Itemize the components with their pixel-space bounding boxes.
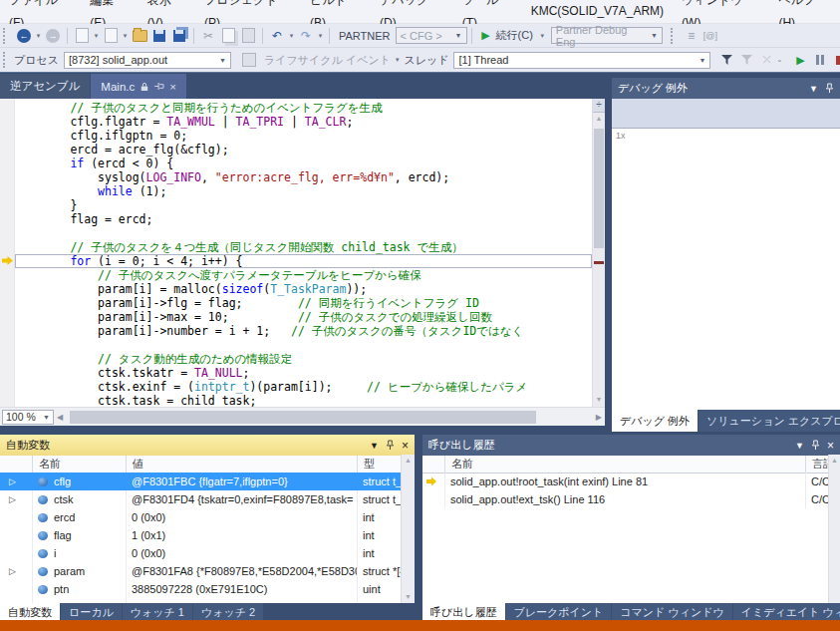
open-file-button[interactable]: [130, 26, 149, 46]
debug-engine-combo[interactable]: Partner Debug Eng▼: [551, 27, 663, 44]
process-combo[interactable]: [8732] solid_app.out▼: [64, 52, 231, 69]
code-line[interactable]: // 子供のタスクと同期を行うためのイベントフラグを生成: [15, 101, 592, 115]
copy-button[interactable]: [218, 26, 238, 46]
navigate-backward-dropdown-icon[interactable]: ▾: [34, 32, 43, 40]
scrollbar-thumb[interactable]: [594, 129, 604, 248]
code-line[interactable]: }: [15, 198, 592, 212]
undo-dropdown-icon[interactable]: ▾: [287, 32, 296, 40]
column-header-name[interactable]: 名前: [445, 456, 806, 473]
run-button[interactable]: ▶: [790, 50, 810, 70]
new-file-button[interactable]: [72, 26, 92, 46]
code-line[interactable]: while (1);: [15, 184, 592, 198]
scroll-down-icon[interactable]: ▼: [593, 394, 605, 406]
continue-button[interactable]: ▶: [476, 26, 496, 46]
window-menu-dropdown-icon[interactable]: ▼: [370, 441, 379, 451]
code-line[interactable]: ctsk.exinf = (intptr_t)(param[i]); // ヒー…: [15, 380, 592, 394]
scroll-up-icon[interactable]: ▲: [829, 455, 840, 467]
add-item-dropdown-icon[interactable]: ▾: [121, 32, 130, 40]
scroll-down-icon[interactable]: ▼: [402, 591, 415, 603]
stop-button[interactable]: [830, 50, 840, 70]
toolbar-grip[interactable]: [3, 52, 5, 68]
toolbar-grip[interactable]: [671, 28, 678, 44]
code-line[interactable]: for (i = 0; i < 4; i++) {: [15, 254, 592, 268]
lifecycle-events-label[interactable]: ライフサイクル イベント: [264, 53, 391, 68]
variable-row[interactable]: flag1 (0x1)int: [0, 526, 401, 544]
column-header-name[interactable]: 名前: [33, 456, 127, 473]
document-tab[interactable]: Main.c×: [91, 74, 186, 99]
code-text[interactable]: // 子供のタスクと同期を行うためのイベントフラグを生成 cflg.flgatr…: [15, 101, 592, 407]
code-line[interactable]: if (ercd < 0) {: [15, 157, 592, 170]
watch-window-tab[interactable]: 自動変数: [0, 603, 60, 621]
suppress-notifications-button[interactable]: ⤫: [756, 50, 776, 70]
panel-titlebar[interactable]: 呼び出し履歴 ▼ ×: [422, 435, 840, 456]
editor-indicator-margin[interactable]: [0, 99, 15, 407]
code-line[interactable]: param[i] = malloc(sizeof(T_TaskParam));: [15, 282, 592, 296]
variable-row[interactable]: ptn3885097228 (0xE791E10C)uint: [0, 580, 401, 598]
debug-window-tab[interactable]: ブレークポイント: [506, 603, 612, 621]
expander-icon[interactable]: ▷: [9, 476, 16, 486]
scroll-up-icon[interactable]: ▲: [593, 113, 605, 125]
code-line[interactable]: cflg.iflgptn = 0;: [15, 129, 592, 143]
expander-icon[interactable]: ▷: [9, 494, 16, 504]
debug-window-tab[interactable]: イミディエイト ウィンドウ: [733, 603, 840, 621]
code-line[interactable]: [15, 226, 592, 240]
code-line[interactable]: // 子供のタスクを４つ生成（同じタスク開始関数 child_task で生成）: [15, 240, 592, 254]
pin-icon[interactable]: [154, 81, 163, 92]
code-line[interactable]: cflg.flgatr = TA_WMUL | TA_TPRI | TA_CLR…: [15, 115, 592, 129]
lifecycle-events-button[interactable]: [239, 50, 259, 70]
thread-combo[interactable]: [1] Thread▼: [453, 52, 710, 69]
window-menu-dropdown-icon[interactable]: ▼: [809, 84, 818, 94]
save-all-button[interactable]: [169, 26, 189, 46]
at-signature-icon[interactable]: [@]: [703, 31, 717, 41]
editor-zoom-select[interactable]: 100 %▼: [2, 410, 54, 425]
continue-label[interactable]: 続行(C): [496, 28, 533, 43]
code-line[interactable]: param[i]->max = 10; // 子供のタスクでの処理繰返し回数: [15, 310, 592, 324]
add-item-button[interactable]: [101, 26, 121, 46]
continue-dropdown-icon[interactable]: ▾: [538, 32, 547, 40]
close-icon[interactable]: ×: [169, 81, 176, 93]
cut-button[interactable]: ✂: [198, 26, 218, 46]
close-icon[interactable]: ×: [402, 439, 409, 453]
panel-vertical-scrollbar[interactable]: ▲ ▼: [401, 455, 415, 603]
watch-window-tab[interactable]: ウォッチ 2: [193, 603, 263, 621]
pin-icon[interactable]: [825, 83, 834, 94]
code-line[interactable]: ctsk.tskatr = TA_NULL;: [15, 366, 592, 380]
column-header-value[interactable]: 値: [127, 456, 358, 473]
flag-threads-button[interactable]: [716, 50, 736, 70]
pin-icon[interactable]: [386, 440, 395, 451]
editor-vertical-scrollbar[interactable]: ÷ ▲ ▼: [592, 99, 605, 407]
code-line[interactable]: // タスク動的生成のための情報設定: [15, 352, 592, 366]
pin-icon[interactable]: [811, 440, 820, 451]
panel-vertical-scrollbar[interactable]: ▲: [828, 455, 840, 603]
splitter-grip-icon[interactable]: ÷: [593, 99, 605, 113]
right-panel-tab[interactable]: ソリューション エクスプロ…: [699, 410, 840, 432]
variable-row[interactable]: ▷ctsk@F8301FD4 {tskatr=0,exinf=F80897E8,…: [0, 490, 401, 508]
stack-frame-row[interactable]: solid_app.out!ext_tsk() Line 116C/C++: [422, 490, 828, 508]
code-line[interactable]: [15, 338, 592, 352]
panel-content[interactable]: 1x: [612, 129, 840, 410]
variable-row[interactable]: ▷cflg@F8301FBC {flgatr=7,iflgptn=0}struc…: [0, 473, 401, 490]
toolbar-overflow-icon[interactable]: ⌄: [776, 56, 782, 64]
scroll-right-icon[interactable]: ▶: [593, 413, 605, 422]
pause-button[interactable]: [810, 50, 830, 70]
stack-frame-row[interactable]: solid_app.out!root_task(int exinf) Line …: [422, 473, 828, 490]
document-tab[interactable]: 逆アセンブル: [0, 74, 90, 99]
watch-window-tab[interactable]: ローカル: [61, 603, 122, 621]
navigate-backward-button[interactable]: ←: [14, 26, 34, 46]
menu-item[interactable]: KMC(SOLID_V7A_ARM): [522, 0, 673, 23]
code-editor[interactable]: // 子供のタスクと同期を行うためのイベントフラグを生成 cflg.flgatr…: [0, 99, 605, 407]
new-file-dropdown-icon[interactable]: ▾: [92, 32, 101, 40]
lifecycle-dropdown-icon[interactable]: ▾: [396, 56, 400, 64]
expander-icon[interactable]: ▷: [9, 566, 16, 576]
code-line[interactable]: flag = ercd;: [15, 212, 592, 226]
cfg-combo[interactable]: < CFG >▼: [396, 27, 467, 44]
code-line[interactable]: // 子供のタスクへ渡すパラメータテーブルをヒープから確保: [15, 268, 592, 282]
save-button[interactable]: [149, 26, 169, 46]
variable-row[interactable]: i0 (0x0)int: [0, 544, 401, 562]
panel-titlebar[interactable]: デバッグ 例外 ▼: [612, 78, 840, 99]
paste-button[interactable]: [238, 26, 258, 46]
variable-row[interactable]: ercd0 (0x0)int: [0, 508, 401, 526]
code-line[interactable]: ercd = acre_flg(&cflg);: [15, 143, 592, 157]
redo-button[interactable]: ↷: [296, 26, 316, 46]
call-hierarchy-button[interactable]: ≡: [682, 26, 701, 46]
